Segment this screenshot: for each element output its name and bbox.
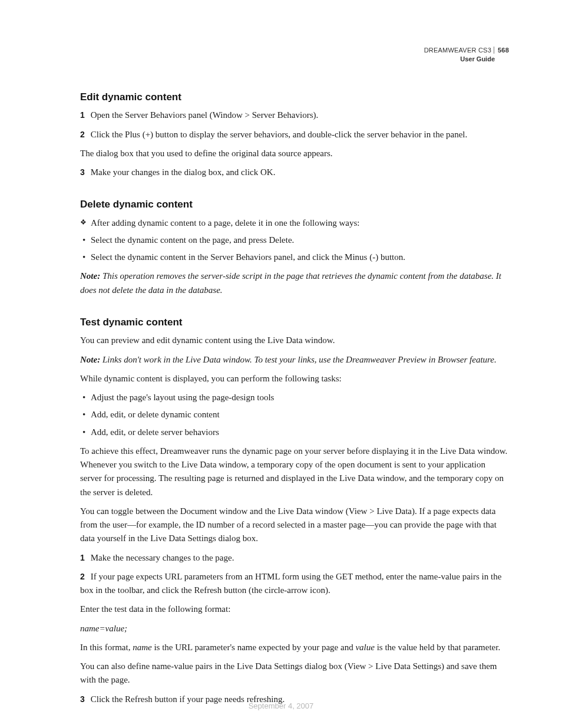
step-number: 1 bbox=[80, 109, 88, 122]
note-body: Links don't work in the Live Data window… bbox=[100, 355, 497, 364]
test-para1: To achieve this effect, Dreamweaver runs… bbox=[80, 444, 509, 499]
header-doc-title: User Guide bbox=[424, 55, 509, 64]
header-product: DREAMWEAVER CS3 bbox=[424, 47, 491, 54]
step-number: 3 bbox=[80, 166, 88, 179]
test-tasks-lead: While dynamic content is displayed, you … bbox=[80, 372, 509, 386]
list-item: Add, edit, or delete server behaviors bbox=[80, 426, 509, 439]
list-item: Select the dynamic content on the page, … bbox=[80, 233, 509, 247]
heading-test: Test dynamic content bbox=[80, 315, 509, 330]
test-after-step2: Enter the test data in the following for… bbox=[80, 602, 509, 616]
edit-after-step2: The dialog box that you used to define t… bbox=[80, 147, 509, 160]
step-number: 1 bbox=[80, 552, 88, 565]
step-number: 2 bbox=[80, 129, 88, 141]
test-step2: If your page expects URL parameters from… bbox=[80, 572, 501, 595]
list-item: Add, edit, or delete dynamic content bbox=[80, 408, 509, 421]
note-label: Note: bbox=[80, 271, 100, 281]
edit-step3: Make your changes in the dialog box, and… bbox=[91, 167, 276, 177]
test-note: Note: Links don't work in the Live Data … bbox=[80, 353, 509, 367]
heading-edit: Edit dynamic content bbox=[80, 90, 509, 105]
step-number: 2 bbox=[80, 571, 88, 584]
test-para2: You can toggle between the Document wind… bbox=[80, 505, 509, 546]
test-intro: You can preview and edit dynamic content… bbox=[80, 334, 509, 347]
delete-lead: After adding dynamic content to a page, … bbox=[80, 216, 509, 230]
note-body: This operation removes the server-side s… bbox=[80, 271, 501, 294]
delete-bullets: Select the dynamic content on the page, … bbox=[80, 233, 509, 265]
list-item: Select the dynamic content in the Server… bbox=[80, 251, 509, 264]
edit-step1: Open the Server Behaviors panel (Window … bbox=[91, 110, 319, 120]
page-number: 568 bbox=[494, 47, 509, 54]
delete-note: Note: This operation removes the server-… bbox=[80, 269, 509, 297]
content: Edit dynamic content 1 Open the Server B… bbox=[80, 90, 509, 706]
test-format-explain: In this format, name is the URL paramete… bbox=[80, 641, 509, 654]
test-para3: You can also define name-value pairs in … bbox=[80, 660, 509, 687]
edit-step2: Click the Plus (+) button to display the… bbox=[91, 130, 468, 139]
test-step1: Make the necessary changes to the page. bbox=[91, 553, 234, 562]
footer-date: September 4, 2007 bbox=[0, 701, 562, 710]
page: DREAMWEAVER CS3568 User Guide Edit dynam… bbox=[0, 0, 562, 728]
test-format: name=value; bbox=[80, 622, 509, 635]
test-tasks: Adjust the page's layout using the page-… bbox=[80, 391, 509, 439]
note-label: Note: bbox=[80, 355, 100, 364]
page-header: DREAMWEAVER CS3568 User Guide bbox=[424, 46, 509, 64]
list-item: Adjust the page's layout using the page-… bbox=[80, 391, 509, 404]
heading-delete: Delete dynamic content bbox=[80, 197, 509, 212]
